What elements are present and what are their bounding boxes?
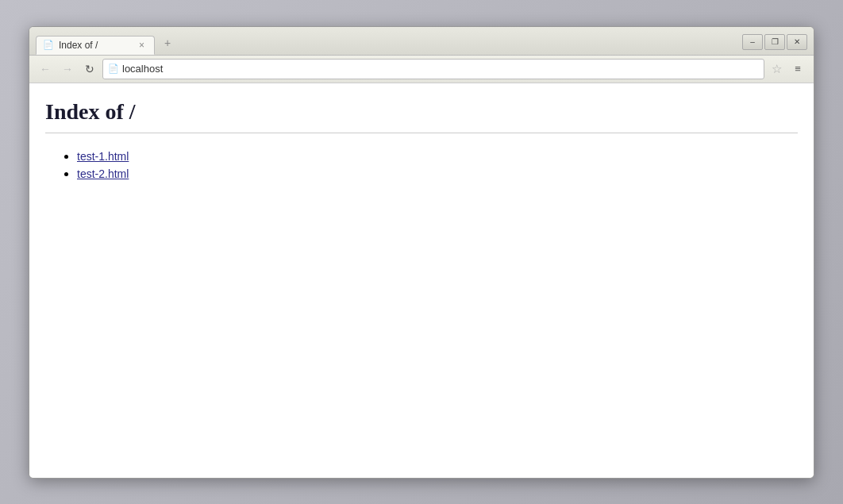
page-heading: Index of /: [45, 99, 798, 133]
address-input[interactable]: [122, 63, 759, 75]
list-item: test-1.html: [77, 149, 798, 164]
forward-button[interactable]: →: [58, 60, 77, 79]
new-tab-button[interactable]: +: [158, 33, 177, 52]
address-page-icon: 📄: [108, 63, 119, 74]
minimize-button[interactable]: –: [742, 34, 763, 50]
tab-label: Index of /: [59, 40, 133, 51]
reload-button[interactable]: ↻: [80, 60, 99, 79]
back-button[interactable]: ←: [36, 60, 55, 79]
file-link-1[interactable]: test-1.html: [77, 150, 129, 163]
restore-button[interactable]: ❐: [764, 34, 785, 50]
list-item: test-2.html: [77, 167, 798, 181]
title-bar: 📄 Index of / × + – ❐ ✕: [29, 27, 814, 56]
close-button[interactable]: ✕: [787, 34, 807, 50]
file-list: test-1.html test-2.html: [77, 149, 798, 181]
toolbar: ← → ↻ 📄 ☆ ≡: [29, 56, 814, 83]
menu-button[interactable]: ≡: [788, 60, 807, 79]
tab-page-icon: 📄: [43, 40, 54, 50]
tab-close-button[interactable]: ×: [137, 40, 146, 50]
address-bar: 📄: [102, 59, 764, 79]
browser-tab[interactable]: 📄 Index of / ×: [36, 36, 155, 55]
browser-window: 📄 Index of / × + – ❐ ✕ ← → ↻ 📄 ☆ ≡ Index…: [29, 26, 814, 479]
window-controls: – ❐ ✕: [742, 34, 807, 55]
bookmark-button[interactable]: ☆: [768, 60, 785, 78]
page-content: Index of / test-1.html test-2.html: [29, 83, 814, 478]
file-link-2[interactable]: test-2.html: [77, 167, 129, 180]
